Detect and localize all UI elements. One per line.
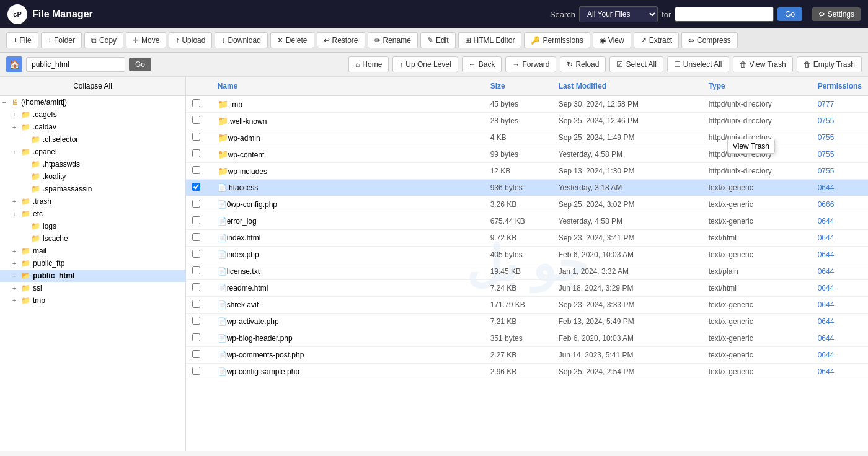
search-input[interactable] <box>675 7 774 22</box>
row-name-cell[interactable]: 📄wp-config-sample.php <box>211 364 484 380</box>
row-name-cell[interactable]: 📁wp-includes <box>211 163 484 180</box>
row-checkbox-cell[interactable] <box>186 129 211 146</box>
row-checkbox-cell[interactable] <box>186 196 211 213</box>
search-scope-select[interactable]: All Your Files File Names Only File Cont… <box>579 6 658 22</box>
tree-item-caldav[interactable]: +📁 .caldav <box>0 121 185 133</box>
tree-item-logs[interactable]: 📁 logs <box>0 220 185 232</box>
table-row[interactable]: 📄.htaccess 936 bytes Yesterday, 3:18 AM … <box>186 180 868 196</box>
move-button[interactable]: ✛ Move <box>126 32 166 48</box>
table-row[interactable]: 📄error_log 675.44 KB Yesterday, 4:58 PM … <box>186 213 868 230</box>
restore-button[interactable]: ↩ Restore <box>317 32 365 48</box>
tree-item-cl_selector[interactable]: 📁 .cl.selector <box>0 133 185 146</box>
row-checkbox-cell[interactable] <box>186 364 211 380</box>
row-checkbox[interactable] <box>192 350 200 358</box>
copy-button[interactable]: ⧉ Copy <box>84 32 123 48</box>
tree-item-spamassassin[interactable]: 📁 .spamassassin <box>0 183 185 195</box>
row-checkbox[interactable] <box>192 216 200 224</box>
table-row[interactable]: 📄wp-comments-post.php 2.27 KB Jun 14, 20… <box>186 347 868 364</box>
row-name-cell[interactable]: 📄wp-comments-post.php <box>211 347 484 364</box>
select-all-button[interactable]: ☑ Select All <box>609 56 663 72</box>
row-checkbox[interactable] <box>192 183 200 191</box>
view-trash-button[interactable]: 🗑 View Trash <box>733 56 793 72</box>
name-column-header[interactable]: Name <box>211 77 484 96</box>
perm-column-header[interactable]: Permissions <box>812 77 868 96</box>
edit-button[interactable]: ✎ Edit <box>420 32 456 48</box>
table-row[interactable]: 📄wp-blog-header.php 351 bytes Feb 6, 202… <box>186 330 868 347</box>
row-checkbox-cell[interactable] <box>186 213 211 230</box>
row-name-cell[interactable]: 📄error_log <box>211 213 484 230</box>
upload-button[interactable]: ↑ Upload <box>169 32 212 48</box>
table-row[interactable]: 📄index.html 9.72 KB Sep 23, 2024, 3:41 P… <box>186 230 868 247</box>
path-go-button[interactable]: Go <box>129 58 151 71</box>
row-name-cell[interactable]: 📄0wp-config.php <box>211 196 484 213</box>
unselect-all-button[interactable]: ☐ Unselect All <box>667 56 729 72</box>
table-row[interactable]: 📄0wp-config.php 3.26 KB Sep 25, 2024, 3:… <box>186 196 868 213</box>
up-one-level-button[interactable]: ↑ Up One Level <box>392 56 458 72</box>
table-row[interactable]: 📄index.php 405 bytes Feb 6, 2020, 10:03 … <box>186 247 868 263</box>
row-name-cell[interactable]: 📄.htaccess <box>211 180 484 196</box>
row-checkbox-cell[interactable] <box>186 96 211 113</box>
row-checkbox-cell[interactable] <box>186 263 211 280</box>
tree-item-cagefs[interactable]: +📁 .cagefs <box>0 108 185 121</box>
table-row[interactable]: 📄wp-activate.php 7.21 KB Feb 13, 2024, 5… <box>186 314 868 330</box>
home-button[interactable]: ⌂ Home <box>348 56 389 72</box>
row-checkbox[interactable] <box>192 283 200 291</box>
compress-button[interactable]: ⇔ Compress <box>681 32 738 48</box>
row-checkbox[interactable] <box>192 166 200 174</box>
row-name-cell[interactable]: 📄readme.html <box>211 280 484 297</box>
row-name-cell[interactable]: 📄index.php <box>211 247 484 263</box>
row-checkbox[interactable] <box>192 233 200 241</box>
row-name-cell[interactable]: 📁wp-admin <box>211 129 484 146</box>
collapse-all-button[interactable]: Collapse All <box>0 77 185 96</box>
reload-button[interactable]: ↻ Reload <box>560 56 606 72</box>
table-row[interactable]: 📄license.txt 19.45 KB Jan 1, 2024, 3:32 … <box>186 263 868 280</box>
row-checkbox[interactable] <box>192 149 200 157</box>
tree-item-trash[interactable]: +📁 .trash <box>0 195 185 208</box>
row-checkbox[interactable] <box>192 266 200 274</box>
row-checkbox-cell[interactable] <box>186 113 211 129</box>
tree-item-ssl[interactable]: +📁 ssl <box>0 282 185 294</box>
html-editor-button[interactable]: ⊞ HTML Editor <box>458 32 522 48</box>
row-checkbox[interactable] <box>192 367 200 375</box>
table-row[interactable]: 📁.well-known 28 bytes Sep 25, 2024, 12:4… <box>186 113 868 129</box>
table-row[interactable]: 📄wp-config-sample.php 2.96 KB Sep 25, 20… <box>186 364 868 380</box>
row-name-cell[interactable]: 📄index.html <box>211 230 484 247</box>
table-row[interactable]: 📁.tmb 45 bytes Sep 30, 2024, 12:58 PM ht… <box>186 96 868 113</box>
row-checkbox-cell[interactable] <box>186 280 211 297</box>
tree-item-mail[interactable]: +📁 mail <box>0 245 185 257</box>
row-checkbox[interactable] <box>192 99 200 107</box>
row-checkbox[interactable] <box>192 133 200 141</box>
tree-item-tmp[interactable]: +📁 tmp <box>0 294 185 307</box>
row-checkbox-cell[interactable] <box>186 314 211 330</box>
row-checkbox-cell[interactable] <box>186 230 211 247</box>
table-row[interactable]: 📄readme.html 7.24 KB Jun 18, 2024, 3:29 … <box>186 280 868 297</box>
row-name-cell[interactable]: 📄shrek.avif <box>211 297 484 314</box>
search-go-button[interactable]: Go <box>777 7 802 21</box>
row-name-cell[interactable]: 📄wp-activate.php <box>211 314 484 330</box>
view-button[interactable]: ◉ View <box>593 32 631 48</box>
row-checkbox-cell[interactable] <box>186 163 211 180</box>
table-row[interactable]: 📄shrek.avif 171.79 KB Sep 23, 2024, 3:33… <box>186 297 868 314</box>
empty-trash-button[interactable]: 🗑 Empty Trash <box>797 56 862 72</box>
date-column-header[interactable]: Last Modified <box>552 77 702 96</box>
back-button[interactable]: ← Back <box>462 56 502 72</box>
checkbox-header[interactable] <box>186 77 211 96</box>
rename-button[interactable]: ✏ Rename <box>368 32 418 48</box>
tree-item-htpasswds[interactable]: 📁 .htpasswds <box>0 158 185 170</box>
row-checkbox[interactable] <box>192 200 200 208</box>
row-checkbox-cell[interactable] <box>186 347 211 364</box>
row-checkbox[interactable] <box>192 333 200 341</box>
row-checkbox[interactable] <box>192 250 200 258</box>
size-column-header[interactable]: Size <box>484 77 552 96</box>
row-checkbox-cell[interactable] <box>186 247 211 263</box>
delete-button[interactable]: ✕ Delete <box>270 32 314 48</box>
row-checkbox-cell[interactable] <box>186 297 211 314</box>
extract-button[interactable]: ↗ Extract <box>634 32 679 48</box>
row-checkbox-cell[interactable] <box>186 330 211 347</box>
row-checkbox[interactable] <box>192 317 200 325</box>
table-row[interactable]: 📁wp-includes 12 KB Sep 13, 2024, 1:30 PM… <box>186 163 868 180</box>
path-input[interactable] <box>26 57 125 72</box>
row-checkbox[interactable] <box>192 116 200 124</box>
row-checkbox[interactable] <box>192 300 200 308</box>
tree-item-koality[interactable]: 📁 .koality <box>0 170 185 183</box>
